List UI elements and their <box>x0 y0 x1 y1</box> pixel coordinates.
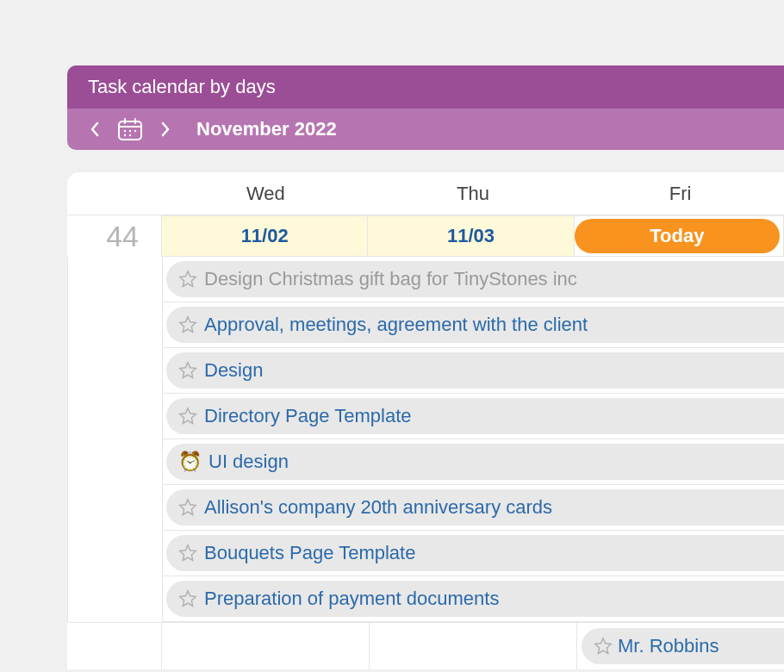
svg-point-8 <box>129 134 131 136</box>
svg-point-6 <box>134 130 136 132</box>
today-label: Today <box>650 225 704 247</box>
bottom-cell[interactable] <box>162 622 370 669</box>
title-text: Task calendar by days <box>88 76 276 97</box>
bottom-cell[interactable] <box>370 622 577 669</box>
task-label: UI design <box>208 451 289 473</box>
task-row-body: Approval, meetings, agreement with the c… <box>163 302 784 348</box>
task-row-spacer <box>68 485 163 531</box>
task-label: Allison's company 20th anniversary cards <box>204 496 552 519</box>
date-row: 44 11/02 11/03 Today <box>67 215 784 257</box>
today-pill: Today <box>575 219 780 253</box>
task-row-body: Bouquets Page Template <box>163 531 784 576</box>
day-header-row: Wed Thu Fri <box>67 172 784 215</box>
task-pill[interactable]: Preparation of payment documents <box>166 581 784 617</box>
star-icon[interactable] <box>178 544 197 563</box>
week-number: 44 <box>67 215 162 257</box>
calendar-icon[interactable] <box>117 117 143 141</box>
task-row-body: Allison's company 20th anniversary cards <box>163 485 784 531</box>
task-row-spacer <box>68 439 163 485</box>
star-icon[interactable] <box>178 270 197 289</box>
task-row-body: Design Christmas gift bag for TinyStones… <box>163 257 784 302</box>
day-header-fri: Fri <box>576 183 784 205</box>
day-header-thu: Thu <box>370 183 577 205</box>
star-icon[interactable] <box>594 637 613 656</box>
task-label: Design <box>204 359 263 382</box>
date-label: 11/02 <box>241 225 289 247</box>
task-label: Directory Page Template <box>204 405 412 427</box>
task-pill[interactable]: Allison's company 20th anniversary cards <box>166 489 784 526</box>
task-row-body: Design <box>163 348 784 394</box>
date-cell[interactable]: 11/03 <box>368 215 574 257</box>
task-row: Directory Page Template <box>68 394 784 439</box>
page-title: Task calendar by days <box>67 65 784 109</box>
task-pill[interactable]: Design <box>166 352 784 389</box>
task-label: Approval, meetings, agreement with the c… <box>204 314 588 336</box>
calendar: Wed Thu Fri 44 11/02 11/03 Today Design … <box>67 172 784 669</box>
task-label: Design Christmas gift bag for TinyStones… <box>204 268 577 290</box>
period-label: November 2022 <box>196 118 337 140</box>
star-icon[interactable] <box>178 589 197 608</box>
bottom-week-spacer <box>67 622 162 669</box>
task-row: Allison's company 20th anniversary cards <box>68 485 784 531</box>
bottom-row: Mr. Robbins <box>67 622 784 669</box>
task-row-body: Preparation of payment documents <box>163 576 784 622</box>
svg-point-5 <box>129 130 131 132</box>
task-row: Design Christmas gift bag for TinyStones… <box>68 257 784 302</box>
star-icon[interactable] <box>178 407 197 426</box>
task-label: Mr. Robbins <box>618 635 719 657</box>
task-row: Approval, meetings, agreement with the c… <box>68 302 784 348</box>
task-pill[interactable]: Mr. Robbins <box>582 628 784 664</box>
task-pill[interactable]: Directory Page Template <box>166 398 784 434</box>
task-row-body: Directory Page Template <box>163 394 784 439</box>
task-row: Preparation of payment documents <box>68 576 784 622</box>
prev-button[interactable] <box>84 119 105 140</box>
alarm-clock-icon[interactable]: ⏰ <box>178 451 202 473</box>
bottom-cell[interactable]: Mr. Robbins <box>577 622 784 669</box>
task-row: ⏰UI design <box>68 439 784 485</box>
star-icon[interactable] <box>178 315 197 334</box>
task-pill[interactable]: Design Christmas gift bag for TinyStones… <box>166 261 784 297</box>
task-pill[interactable]: Bouquets Page Template <box>166 535 784 571</box>
task-row-spacer <box>68 257 163 302</box>
task-pill[interactable]: Approval, meetings, agreement with the c… <box>166 307 784 343</box>
task-row-spacer <box>68 348 163 394</box>
task-row: Design <box>68 348 784 394</box>
task-list: Design Christmas gift bag for TinyStones… <box>67 257 784 622</box>
period-bar: November 2022 <box>67 109 784 150</box>
date-cell[interactable]: 11/02 <box>162 215 368 257</box>
day-header-wed: Wed <box>162 183 370 205</box>
task-row-spacer <box>68 531 163 576</box>
svg-point-4 <box>124 130 126 132</box>
date-label: 11/03 <box>447 225 495 247</box>
task-row: Bouquets Page Template <box>68 531 784 576</box>
task-row-body: ⏰UI design <box>163 439 784 485</box>
task-pill[interactable]: ⏰UI design <box>166 444 784 480</box>
task-label: Preparation of payment documents <box>204 588 499 610</box>
task-row-spacer <box>68 576 163 622</box>
star-icon[interactable] <box>178 361 197 380</box>
next-button[interactable] <box>155 119 176 140</box>
task-label: Bouquets Page Template <box>204 542 415 564</box>
svg-point-7 <box>124 134 126 136</box>
task-row-spacer <box>68 394 163 439</box>
star-icon[interactable] <box>178 498 197 517</box>
task-row-spacer <box>68 302 163 348</box>
date-cell-today[interactable]: Today <box>575 215 784 257</box>
